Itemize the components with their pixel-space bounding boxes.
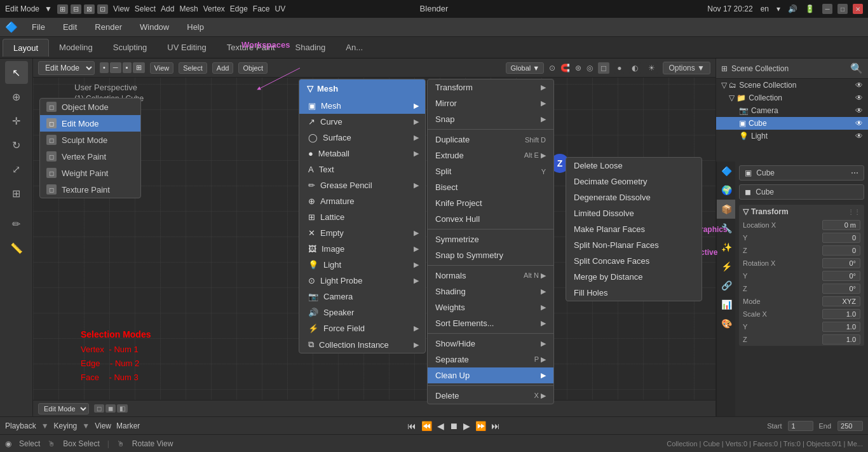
options-btn[interactable]: Options ▼ [663, 62, 710, 74]
location-z-value[interactable]: 0 [822, 245, 860, 256]
outliner-eye-icon[interactable]: 👁 [855, 81, 863, 90]
mesh-menu-btn[interactable]: Mesh [179, 4, 198, 13]
playback-btn[interactable]: Playback [5, 421, 36, 430]
render-menu[interactable]: Render [91, 20, 126, 34]
mode-option-weight-paint[interactable]: ◻ Weight Paint [40, 165, 140, 181]
add-menu-item-image[interactable]: 🖼 Image ▶ [299, 241, 425, 257]
view-menu-btn[interactable]: View [113, 4, 130, 13]
scene-selector-icon[interactable]: 🔍 [850, 62, 863, 74]
bottom-rotate-view-btn[interactable]: Rotate View [132, 439, 173, 448]
edge-menu-btn[interactable]: Edge [230, 4, 248, 13]
add-menu-item-surface[interactable]: ◯ Surface ▶ [299, 130, 425, 146]
jump-end-icon[interactable]: ⏭ [491, 421, 500, 431]
tab-shading[interactable]: Shading [285, 39, 336, 56]
marker-btn[interactable]: Marker [116, 421, 140, 430]
sidebar-transform-icon[interactable]: ⊞ [5, 182, 28, 205]
rotation-y-value[interactable]: 0° [822, 271, 860, 281]
sidebar-scale-icon[interactable]: ⤢ [5, 158, 28, 181]
bottom-icon3[interactable]: ◧ [117, 404, 128, 413]
scale-x-value[interactable]: 1.0 [822, 309, 860, 319]
snap-icon[interactable]: 🧲 [560, 64, 570, 72]
cleanup-merge-distance[interactable]: Merge by Distance [566, 269, 702, 285]
tab-modeling[interactable]: Modeling [49, 39, 103, 56]
add-menu-item-text[interactable]: A Text [299, 161, 425, 177]
sidebar-rotate-icon[interactable]: ↻ [5, 134, 28, 156]
props-tab-world[interactable]: 🌍 [717, 181, 736, 200]
location-y-value[interactable]: 0 [822, 233, 860, 243]
props-tab-object[interactable]: 📦 [717, 200, 736, 219]
object-btn[interactable]: Object [238, 62, 268, 74]
add-menu-item-light-probe[interactable]: ⊙ Light Probe ▶ [299, 273, 425, 289]
select-menu-btn[interactable]: Select [135, 4, 156, 13]
tab-animation[interactable]: An... [336, 39, 373, 56]
rotation-x-value[interactable]: 0° [822, 258, 860, 268]
overlay-icon[interactable]: ⊛ [575, 64, 581, 72]
cleanup-delete-loose[interactable]: Delete Loose [566, 158, 702, 174]
sub-show-hide[interactable]: Show/Hide ▶ [428, 336, 553, 352]
add-btn[interactable]: Add [212, 62, 234, 74]
sidebar-measure-icon[interactable]: 📏 [5, 236, 28, 259]
window-menu[interactable]: Window [136, 20, 173, 34]
shading-rendered[interactable]: ☀ [646, 62, 658, 74]
tab-layout[interactable]: Layout [3, 39, 49, 57]
bottom-icon1[interactable]: ◻ [94, 404, 104, 413]
tab-sculpting[interactable]: Sculpting [103, 39, 157, 56]
add-menu-item-camera[interactable]: 📷 Camera [299, 289, 425, 305]
add-menu-item-speaker[interactable]: 🔊 Speaker [299, 305, 425, 320]
bottom-select-btn[interactable]: Select [19, 439, 40, 448]
sidebar-cursor-icon[interactable]: ⊕ [5, 85, 28, 108]
add-menu-item-metaball[interactable]: ● Metaball ▶ [299, 146, 425, 161]
face-select-mode[interactable]: ▪ [123, 62, 132, 73]
sub-sort-elements[interactable]: Sort Elements... ▶ [428, 315, 553, 331]
cleanup-split-concave[interactable]: Split Concave Faces [566, 253, 702, 269]
sub-snap-to-symmetry[interactable]: Snap to Symmetry [428, 247, 553, 263]
outliner-camera-eye[interactable]: 👁 [855, 106, 863, 115]
add-menu-item-mesh[interactable]: ▣ Mesh ▶ [299, 98, 425, 114]
cleanup-make-planar[interactable]: Make Planar Faces [566, 221, 702, 237]
outliner-collection[interactable]: ▽ 📁 Collection 👁 [716, 92, 868, 104]
close-button[interactable]: ✕ [853, 4, 863, 14]
sidebar-select-icon[interactable]: ↖ [5, 61, 28, 84]
sub-cleanup[interactable]: Clean Up ▶ [428, 367, 553, 383]
sub-split[interactable]: Split Y [428, 163, 553, 179]
sidebar-move-icon[interactable]: ✛ [5, 109, 28, 132]
extra-select-mode[interactable]: ⊞ [133, 62, 145, 73]
mode-selector-dropdown[interactable]: Edit Mode [38, 61, 95, 75]
rotation-mode-value[interactable]: XYZ [822, 296, 860, 306]
tab-uv-editing[interactable]: UV Editing [157, 39, 216, 56]
stop-icon[interactable]: ⏹ [449, 421, 458, 431]
face-menu-btn[interactable]: Face [253, 4, 270, 13]
play-icon[interactable]: ▶ [463, 421, 470, 431]
rotation-z-value[interactable]: 0° [822, 284, 860, 294]
props-tab-scene[interactable]: 🔷 [717, 161, 736, 181]
view-btn[interactable]: View [150, 62, 174, 74]
end-frame-input[interactable] [837, 421, 863, 431]
add-menu-item-curve[interactable]: ↗ Curve ▶ [299, 114, 425, 130]
sub-extrude[interactable]: Extrude Alt E ▶ [428, 147, 553, 163]
add-menu-item-force-field[interactable]: ⚡ Force Field ▶ [299, 320, 425, 336]
sub-transform[interactable]: Transform ▶ [428, 79, 553, 95]
edge-select-mode[interactable]: ─ [110, 62, 121, 73]
mode-option-edit[interactable]: ◻ Edit Mode [40, 115, 140, 132]
bottom-mode-selector[interactable]: Edit Mode [38, 403, 89, 414]
sub-weights[interactable]: Weights ▶ [428, 299, 553, 315]
sub-convex-hull[interactable]: Convex Hull [428, 211, 553, 227]
sub-mirror[interactable]: Mirror ▶ [428, 95, 553, 111]
shading-wireframe[interactable]: ◻ [598, 62, 609, 74]
sub-symmetrize[interactable]: Symmetrize [428, 231, 553, 247]
play-back-icon[interactable]: ◀ [437, 421, 444, 431]
sub-shading[interactable]: Shading ▶ [428, 284, 553, 299]
proportional-edit-icon[interactable]: ⊙ [549, 64, 555, 72]
add-menu-item-light[interactable]: 💡 Light ▶ [299, 257, 425, 273]
mode-option-texture-paint[interactable]: ◻ Texture Paint [40, 181, 140, 198]
sub-knife-project[interactable]: Knife Project [428, 195, 553, 211]
select-btn[interactable]: Select [179, 62, 207, 74]
start-frame-input[interactable] [788, 421, 813, 431]
sidebar-annotate-icon[interactable]: ✏ [5, 212, 28, 235]
keying-btn[interactable]: Keying [54, 421, 78, 430]
scale-z-value[interactable]: 1.0 [822, 334, 860, 345]
next-keyframe-icon[interactable]: ⏩ [475, 421, 486, 431]
window-controls[interactable]: ─ □ ✕ [822, 4, 863, 14]
global-space-btn[interactable]: Global ▼ [506, 62, 544, 74]
mode-option-vertex-paint[interactable]: ◻ Vertex Paint [40, 148, 140, 165]
